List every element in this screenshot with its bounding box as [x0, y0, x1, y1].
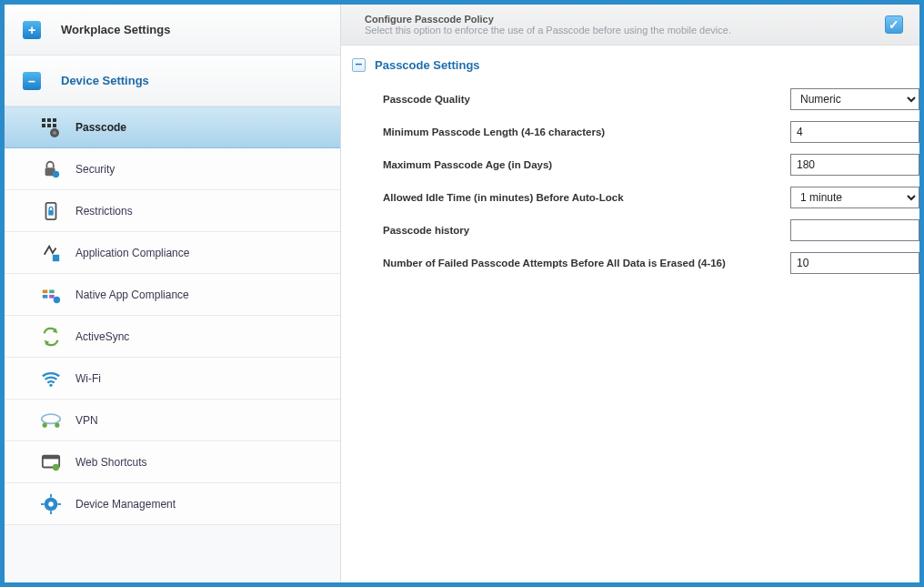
section-title: Passcode Settings: [375, 58, 480, 72]
passcode-history-input[interactable]: [790, 219, 919, 241]
sidebar-item-label: Wi-Fi: [75, 372, 101, 385]
sidebar-items: Passcode Security: [5, 106, 340, 525]
sidebar-item-device-management[interactable]: Device Management: [5, 483, 340, 525]
field-label: Passcode Quality: [383, 94, 790, 105]
field-label: Allowed Idle Time (in minutes) Before Au…: [383, 192, 790, 203]
passcode-settings-form: Passcode Quality Numeric Minimum Passcod…: [341, 79, 919, 279]
sidebar-section-title: Workplace Settings: [61, 23, 170, 36]
vpn-icon: [39, 409, 63, 432]
field-label: Passcode history: [383, 225, 790, 236]
sidebar-section-device[interactable]: – Device Settings: [5, 56, 340, 106]
field-failed-attempts: Number of Failed Passcode Attempts Befor…: [341, 247, 919, 279]
svg-rect-31: [41, 503, 45, 505]
svg-point-9: [53, 170, 59, 177]
svg-rect-0: [42, 118, 45, 122]
field-passcode-history: Passcode history: [341, 214, 919, 247]
svg-point-28: [48, 501, 54, 507]
sidebar-item-web-shortcuts[interactable]: Web Shortcuts: [5, 441, 340, 483]
svg-rect-32: [57, 503, 61, 505]
sidebar-item-label: Restrictions: [75, 205, 133, 218]
policy-text: Configure Passcode Policy Select this op…: [365, 14, 731, 35]
failed-attempts-input[interactable]: [790, 252, 919, 274]
main-panel: Configure Passcode Policy Select this op…: [341, 5, 919, 582]
svg-point-26: [53, 463, 59, 470]
field-max-age: Maximum Passcode Age (in Days): [341, 148, 919, 181]
sidebar-item-label: Passcode: [75, 121, 126, 134]
sidebar-item-passcode[interactable]: Passcode: [5, 106, 340, 148]
passcode-icon: [39, 116, 63, 139]
svg-rect-1: [47, 118, 51, 122]
sidebar-item-label: Native App Compliance: [75, 288, 189, 301]
sidebar-item-label: Device Management: [75, 498, 176, 511]
svg-rect-5: [53, 124, 56, 127]
sidebar-item-security[interactable]: Security: [5, 148, 340, 190]
svg-rect-2: [53, 118, 56, 122]
svg-rect-11: [48, 210, 54, 216]
field-min-length: Minimum Passcode Length (4-16 characters…: [341, 116, 919, 148]
svg-rect-30: [50, 511, 52, 514]
svg-point-21: [42, 414, 61, 423]
sidebar-item-restrictions[interactable]: Restrictions: [5, 190, 340, 232]
max-age-input[interactable]: [790, 154, 919, 176]
policy-title: Configure Passcode Policy: [365, 14, 731, 25]
sidebar-item-label: Security: [75, 163, 115, 176]
svg-rect-15: [43, 295, 48, 299]
collapse-icon: –: [23, 72, 41, 90]
configure-policy-bar: Configure Passcode Policy Select this op…: [341, 5, 919, 46]
sidebar-item-label: Web Shortcuts: [75, 456, 146, 469]
svg-point-20: [49, 383, 52, 386]
svg-rect-16: [49, 295, 55, 299]
sidebar-item-label: ActiveSync: [75, 330, 129, 343]
svg-point-7: [53, 131, 56, 135]
svg-point-17: [54, 296, 60, 302]
expand-icon: +: [23, 21, 41, 39]
sidebar-item-label: Application Compliance: [75, 247, 189, 259]
sidebar: + Workplace Settings – Device Settings P…: [5, 5, 341, 582]
svg-point-22: [43, 422, 47, 427]
svg-rect-4: [47, 124, 51, 127]
passcode-settings-header[interactable]: – Passcode Settings: [341, 46, 919, 79]
phone-lock-icon: [39, 199, 63, 223]
sidebar-item-activesync[interactable]: ActiveSync: [5, 316, 340, 358]
idle-time-select[interactable]: 1 minute: [790, 187, 919, 208]
web-shortcuts-icon: [39, 450, 63, 474]
svg-rect-29: [50, 494, 52, 498]
collapse-icon: –: [352, 58, 366, 72]
configure-policy-checkbox[interactable]: ✓: [885, 15, 903, 34]
native-app-icon: [39, 283, 63, 307]
field-idle-time: Allowed Idle Time (in minutes) Before Au…: [341, 181, 919, 214]
svg-rect-14: [49, 289, 55, 293]
lock-gear-icon: [39, 157, 63, 181]
passcode-quality-select[interactable]: Numeric: [790, 88, 919, 110]
app-frame: + Workplace Settings – Device Settings P…: [0, 0, 924, 587]
field-label: Maximum Passcode Age (in Days): [383, 159, 790, 170]
activesync-icon: [39, 325, 63, 349]
gear-icon: [39, 492, 63, 516]
svg-rect-25: [43, 455, 59, 459]
sidebar-section-workplace[interactable]: + Workplace Settings: [5, 5, 340, 56]
sidebar-item-vpn[interactable]: VPN: [5, 400, 340, 441]
svg-rect-3: [42, 124, 45, 127]
policy-description: Select this option to enforce the use of…: [365, 25, 731, 35]
field-passcode-quality: Passcode Quality Numeric: [341, 83, 919, 116]
wifi-icon: [39, 367, 63, 390]
sidebar-item-wifi[interactable]: Wi-Fi: [5, 358, 340, 400]
svg-point-23: [55, 422, 59, 427]
min-length-input[interactable]: [790, 121, 919, 143]
svg-rect-12: [53, 254, 59, 260]
sidebar-section-title: Device Settings: [61, 74, 149, 87]
sidebar-item-label: VPN: [75, 414, 98, 427]
sidebar-item-native-app-compliance[interactable]: Native App Compliance: [5, 274, 340, 316]
field-label: Number of Failed Passcode Attempts Befor…: [383, 258, 790, 268]
app-compliance-icon: [39, 241, 63, 265]
sidebar-item-application-compliance[interactable]: Application Compliance: [5, 232, 340, 274]
field-label: Minimum Passcode Length (4-16 characters…: [383, 127, 790, 137]
svg-rect-13: [43, 289, 48, 293]
